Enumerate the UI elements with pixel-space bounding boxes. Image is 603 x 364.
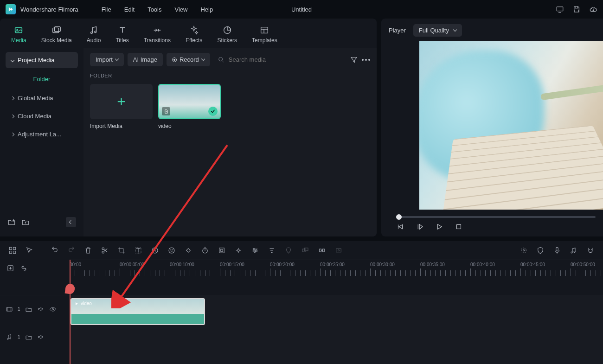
video-track-lane[interactable]: video (70, 295, 603, 323)
audio-track-lane[interactable] (70, 323, 603, 351)
panel-tabs: Media Stock Media Audio Titles Transitio… (0, 19, 377, 48)
svg-point-5 (91, 32, 93, 34)
sidebar-item-project-media[interactable]: Project Media (6, 52, 78, 68)
track-motion-icon[interactable] (234, 246, 243, 255)
svg-rect-33 (323, 249, 325, 252)
menu-edit[interactable]: Edit (124, 6, 135, 13)
undo-icon[interactable] (51, 246, 59, 255)
svg-rect-12 (13, 247, 16, 249)
tab-transitions[interactable]: Transitions (137, 22, 177, 48)
marker-icon[interactable] (520, 246, 528, 255)
mic-icon[interactable] (553, 246, 561, 255)
mute-audio-icon[interactable] (37, 333, 45, 341)
visible-track-icon[interactable] (49, 306, 57, 313)
stop-button[interactable] (455, 223, 463, 231)
menu-view[interactable]: View (174, 6, 187, 13)
mask-icon[interactable] (218, 246, 226, 255)
media-grid: + Import Media video (90, 84, 370, 129)
import-button[interactable]: Import (90, 53, 124, 66)
ruler-tick: 00:00:10:00 (170, 262, 194, 267)
timer-icon[interactable] (201, 246, 209, 255)
new-folder-icon[interactable] (21, 218, 30, 226)
link-icon[interactable] (20, 264, 28, 272)
scrubber[interactable] (396, 216, 596, 218)
menu-file[interactable]: File (102, 6, 111, 13)
keyframe-icon[interactable] (184, 246, 192, 255)
track-headers: 1 1 (0, 276, 70, 364)
svg-rect-23 (186, 249, 190, 252)
magnet-icon[interactable] (586, 246, 595, 255)
svg-rect-30 (302, 249, 306, 252)
tab-stickers[interactable]: Stickers (211, 22, 244, 48)
layout-icon[interactable] (8, 246, 17, 255)
track-lanes[interactable]: video (70, 276, 603, 364)
title-actions (556, 5, 597, 13)
timeline-ruler[interactable]: 00:0000:00:05:0000:00:10:0000:00:15:0000… (70, 260, 603, 276)
menu-tools[interactable]: Tools (148, 6, 161, 13)
lock-track-icon[interactable] (25, 306, 32, 313)
sidebar-item-cloud-media[interactable]: Cloud Media (6, 108, 78, 124)
tab-effects[interactable]: Effects (179, 22, 209, 48)
delete-icon[interactable] (84, 246, 92, 255)
color-icon[interactable] (167, 246, 176, 255)
ruler-tick: 00:00:35:00 (420, 262, 445, 267)
filters-icon[interactable] (268, 246, 276, 255)
collapse-sidebar-button[interactable] (66, 217, 76, 227)
tab-stock-media[interactable]: Stock Media (35, 22, 78, 48)
text-icon[interactable] (134, 246, 142, 255)
split-icon (101, 246, 109, 255)
menu-help[interactable]: Help (200, 6, 213, 13)
add-track-icon[interactable] (6, 264, 14, 272)
render-icon[interactable] (334, 246, 343, 255)
svg-rect-38 (556, 247, 558, 251)
tab-titles[interactable]: Titles (109, 22, 135, 48)
timeline-panel: 00:0000:00:05:0000:00:10:0000:00:15:0000… (0, 241, 603, 364)
prev-frame-button[interactable] (396, 223, 404, 231)
svg-point-29 (254, 251, 256, 253)
preview-viewport[interactable] (419, 41, 603, 210)
svg-point-45 (10, 338, 11, 339)
audio-mixer-icon[interactable] (570, 246, 578, 255)
cursor-icon[interactable] (25, 246, 33, 255)
tab-audio[interactable]: Audio (80, 22, 108, 48)
timeline-clip-video[interactable]: video (71, 298, 205, 325)
search-input[interactable] (229, 56, 342, 63)
display-icon[interactable] (556, 5, 564, 13)
add-folder-icon[interactable] (7, 218, 16, 226)
media-panel: Media Stock Media Audio Titles Transitio… (0, 19, 377, 236)
play-pause-button[interactable] (416, 223, 424, 231)
ruler-tick: 00:00:15:00 (220, 262, 244, 267)
filter-icon[interactable] (350, 56, 358, 64)
group-icon[interactable] (301, 246, 309, 255)
shield-icon[interactable] (536, 246, 545, 255)
ruler-tick: 00:00:45:00 (520, 262, 545, 267)
expand-icon[interactable] (318, 246, 326, 255)
tab-media[interactable]: Media (5, 22, 33, 48)
sidebar-item-adjustment-layer[interactable]: Adjustment La... (6, 126, 78, 142)
import-media-slot[interactable]: + Import Media (90, 84, 153, 129)
crop-icon[interactable] (117, 246, 126, 255)
ai-image-button[interactable]: AI Image (128, 53, 163, 66)
sidebar-folder-label[interactable]: Folder (6, 70, 78, 88)
media-clip-video[interactable]: video (158, 84, 221, 129)
quality-dropdown[interactable]: Full Quality (413, 24, 462, 37)
lock-audio-icon[interactable] (25, 333, 32, 341)
adjust-icon[interactable] (251, 246, 259, 255)
mute-track-icon[interactable] (37, 306, 45, 313)
tab-templates[interactable]: Templates (245, 22, 284, 48)
svg-point-9 (218, 57, 222, 61)
clip-type-icon (162, 107, 170, 115)
playhead[interactable] (70, 260, 71, 364)
play-button[interactable] (435, 223, 443, 231)
redo-icon[interactable] (67, 246, 76, 255)
speed-icon[interactable] (151, 246, 159, 255)
save-icon[interactable] (572, 5, 581, 13)
chroma-icon[interactable] (284, 246, 293, 255)
record-button[interactable]: Record (167, 53, 210, 66)
scrub-handle[interactable] (396, 214, 402, 220)
cloud-icon[interactable] (589, 5, 597, 13)
svg-point-26 (237, 249, 240, 252)
project-title: Untitled (291, 6, 312, 13)
more-options-button[interactable] (362, 59, 370, 61)
sidebar-item-global-media[interactable]: Global Media (6, 90, 78, 106)
